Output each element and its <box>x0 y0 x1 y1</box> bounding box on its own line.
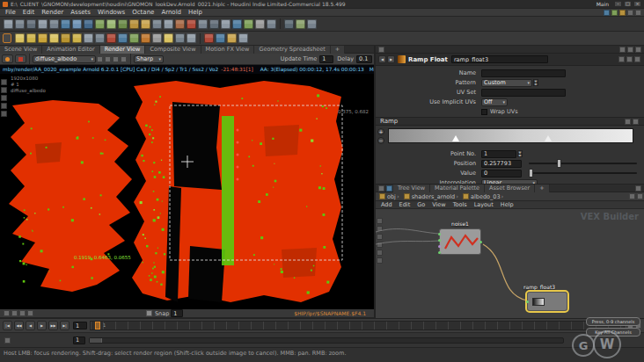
back-button[interactable]: ◀ <box>378 55 386 63</box>
render-button[interactable] <box>2 54 13 63</box>
stop-render-button[interactable] <box>15 54 26 63</box>
pin-icon[interactable] <box>629 193 635 199</box>
shelf-tool-icon[interactable] <box>164 33 173 43</box>
network-menu-item[interactable]: View <box>428 201 449 208</box>
pane-tab[interactable]: Tree View <box>393 185 430 192</box>
menu-item[interactable]: Assets <box>67 9 94 16</box>
new-tab-button[interactable]: + <box>535 185 549 192</box>
pattern-dropdown[interactable]: Custom <box>481 79 532 87</box>
menu-item[interactable]: Help <box>185 9 206 16</box>
pane-tab[interactable]: Geometry Spreadsheet <box>254 46 330 54</box>
shelf-tool-icon[interactable] <box>255 19 265 29</box>
shelf-tool-icon[interactable] <box>106 33 116 43</box>
timeline-marker[interactable] <box>95 322 100 329</box>
position-slider[interactable] <box>529 163 637 164</box>
input-connector[interactable] <box>438 251 441 254</box>
input-connector[interactable] <box>438 245 441 248</box>
network-menu-item[interactable]: Help <box>497 201 517 208</box>
ramp-handle-selected[interactable] <box>452 135 459 141</box>
pane-tab[interactable]: Material Palette <box>430 185 485 192</box>
shelf-tool-icon[interactable] <box>164 19 173 29</box>
menu-item[interactable]: Render <box>38 9 67 16</box>
shelf-tool-icon[interactable] <box>209 19 219 29</box>
shelf-tool-icon[interactable] <box>152 33 162 43</box>
value-slider[interactable] <box>529 172 637 174</box>
image-save-icon[interactable] <box>19 310 26 316</box>
delay-field[interactable] <box>356 55 372 63</box>
range-lock-icon[interactable] <box>4 337 11 344</box>
pane-tab[interactable]: Animation Editor <box>42 46 99 54</box>
snapshot-icon[interactable] <box>97 56 103 62</box>
shelf-tool-icon[interactable] <box>221 19 231 29</box>
range-slider-handle[interactable] <box>90 338 102 343</box>
split-pane-icon[interactable] <box>635 185 641 192</box>
ramp-widget[interactable] <box>376 127 644 147</box>
quick-toolbar-icon[interactable] <box>627 10 633 16</box>
shelf-tool-icon[interactable] <box>4 19 13 29</box>
shelf-tool-icon[interactable] <box>61 19 70 29</box>
split-pane-icon[interactable] <box>627 47 633 53</box>
shelf-tool-icon[interactable] <box>118 33 128 43</box>
input-connector[interactable] <box>438 239 441 242</box>
desktop-selector[interactable]: Main <box>596 1 609 7</box>
ramp-gradient-bar[interactable] <box>388 128 633 143</box>
shelf-tool-icon[interactable] <box>296 19 305 29</box>
pane-menu-icon[interactable] <box>378 185 384 192</box>
breadcrumb-item[interactable]: albedo_03 <box>459 193 504 200</box>
uvset-field[interactable] <box>481 89 566 97</box>
pane-tab[interactable]: Motion FX View <box>201 46 255 54</box>
prev-key-button[interactable] <box>14 321 24 330</box>
point-no-stepper[interactable]: ▲▼ <box>517 150 523 157</box>
menu-item[interactable]: File <box>2 9 19 16</box>
pane-tab[interactable]: Composite View <box>145 46 201 54</box>
shelf-tool-icon[interactable] <box>141 33 150 43</box>
shelf-tool-icon[interactable] <box>49 19 59 29</box>
shelf-tool-icon[interactable] <box>187 19 196 29</box>
pane-tab[interactable]: Asset Browser <box>485 185 535 192</box>
menu-item[interactable]: Windows <box>94 9 128 16</box>
pattern-stepper[interactable]: ▲▼ <box>533 79 538 86</box>
shelf-tool-icon[interactable] <box>72 19 82 29</box>
shelf-tool-icon[interactable] <box>141 19 150 29</box>
vertical-splitter[interactable] <box>374 46 376 318</box>
implicit-uvs-dropdown[interactable]: Off <box>481 98 508 106</box>
close-button[interactable] <box>633 1 641 7</box>
shelf-tool-icon[interactable] <box>95 19 105 29</box>
shelf-tool-icon[interactable] <box>284 19 294 29</box>
breadcrumb-item[interactable]: obj <box>376 193 400 200</box>
value-slider-handle[interactable] <box>529 169 533 177</box>
shelf-tool-icon[interactable] <box>175 33 185 43</box>
render-plane-dropdown[interactable]: diffuse_albedo <box>33 55 96 63</box>
shelf-tool-icon[interactable] <box>216 33 225 43</box>
timeline-ruler[interactable]: 1 <box>90 321 625 330</box>
menu-item[interactable]: Edit <box>19 9 39 16</box>
range-start-field[interactable] <box>73 337 85 344</box>
output-connector[interactable] <box>479 241 482 243</box>
shelf-tool-icon[interactable] <box>238 33 248 43</box>
range-slider[interactable] <box>89 337 564 344</box>
pane-tab[interactable]: Render View <box>100 46 146 54</box>
network-menu-item[interactable]: Tools <box>450 201 471 208</box>
quick-toolbar-icon[interactable] <box>635 10 641 16</box>
node-noise1[interactable] <box>439 228 481 255</box>
shelf-tool-icon[interactable] <box>15 19 25 29</box>
menu-item[interactable]: Octane <box>128 9 157 16</box>
pane-tab[interactable]: Scene View <box>0 46 42 54</box>
network-menu-item[interactable]: Go <box>413 201 428 208</box>
shelf-tool-icon[interactable] <box>267 19 276 29</box>
position-slider-handle[interactable] <box>557 159 561 168</box>
shelf-tool-icon[interactable] <box>129 33 139 43</box>
ramp-section-header[interactable]: Ramp <box>376 117 644 126</box>
network-menu-item[interactable]: Edit <box>396 201 414 208</box>
render-settings-icon[interactable] <box>4 310 10 316</box>
snap-field[interactable] <box>171 309 183 317</box>
node-name-field[interactable] <box>451 55 548 63</box>
shelf-tool-icon[interactable] <box>106 19 116 29</box>
network-menu-item[interactable]: Add <box>377 201 396 208</box>
shelf-tool-icon[interactable] <box>129 19 139 29</box>
minimize-button[interactable] <box>614 1 622 7</box>
name-field[interactable] <box>481 69 566 77</box>
viewport-tool-icon[interactable] <box>1 103 7 109</box>
shelf-tool-icon[interactable] <box>72 33 82 43</box>
ramp-options-icon[interactable] <box>633 119 639 125</box>
